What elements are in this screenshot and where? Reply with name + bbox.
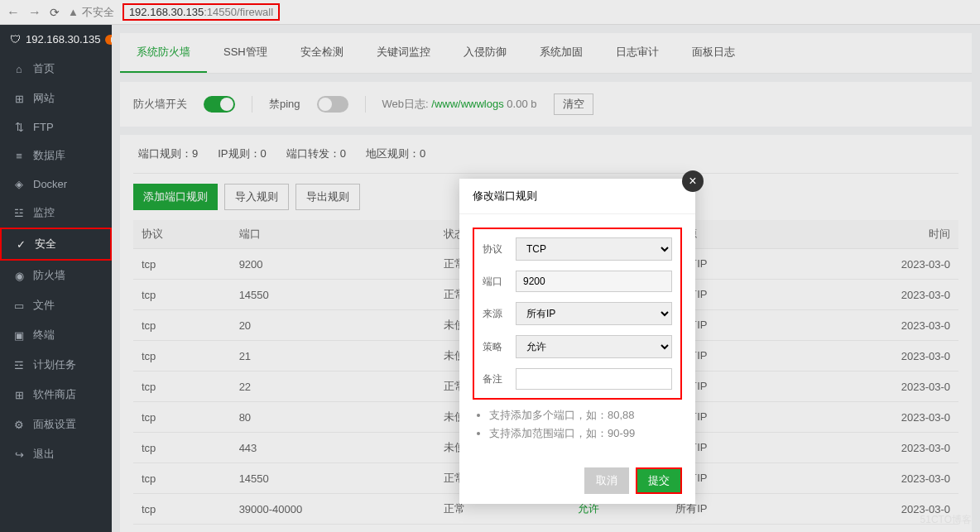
cancel-button[interactable]: 取消 — [584, 467, 629, 494]
modal-title: 修改端口规则 — [473, 189, 537, 204]
hints: 支持添加多个端口，如：80,88 支持添加范围端口，如：90-99 — [489, 408, 682, 441]
source-label: 来源 — [483, 307, 507, 321]
modal-body: 协议 TCP 端口 来源 所有IP 策略 允许 备注 支持添加多个端口，如：80… — [459, 214, 695, 458]
submit-button[interactable]: 提交 — [636, 467, 682, 494]
proto-select[interactable]: TCP — [516, 237, 672, 261]
source-select[interactable]: 所有IP — [516, 302, 672, 325]
remark-input[interactable] — [516, 368, 672, 390]
proto-label: 协议 — [483, 242, 507, 256]
hint-item: 支持添加多个端口，如：80,88 — [489, 408, 682, 423]
policy-label: 策略 — [483, 340, 507, 354]
policy-select[interactable]: 允许 — [516, 335, 672, 358]
form-highlight: 协议 TCP 端口 来源 所有IP 策略 允许 备注 — [473, 228, 682, 400]
watermark: 51CTO博客 — [920, 513, 972, 527]
port-input[interactable] — [516, 271, 672, 292]
close-icon[interactable]: × — [682, 170, 704, 192]
port-label: 端口 — [483, 275, 507, 289]
remark-label: 备注 — [483, 372, 507, 386]
modal-footer: 取消 提交 — [459, 458, 695, 504]
modal-header: 修改端口规则 — [459, 179, 695, 214]
edit-port-rule-modal: × 修改端口规则 协议 TCP 端口 来源 所有IP 策略 允许 备注 — [459, 179, 695, 504]
hint-item: 支持添加范围端口，如：90-99 — [489, 426, 682, 441]
